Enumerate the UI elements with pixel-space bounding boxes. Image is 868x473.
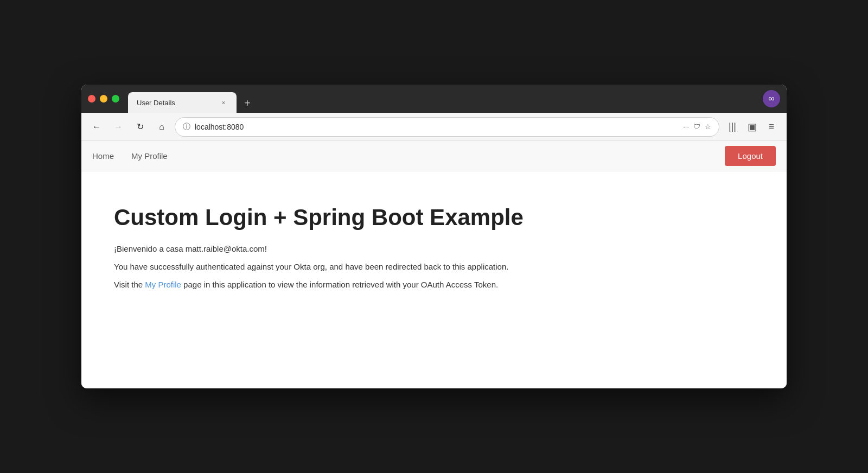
reload-icon: ↻ xyxy=(137,122,144,132)
shield-icon[interactable]: 🛡 xyxy=(693,123,700,131)
address-bar-actions: ··· 🛡 ☆ xyxy=(683,123,711,131)
tab-title: User Details xyxy=(137,99,214,107)
traffic-lights xyxy=(88,95,119,103)
app-nav-links: Home My Profile xyxy=(92,149,725,163)
tab-close-button[interactable]: × xyxy=(219,98,228,107)
main-content: Custom Login + Spring Boot Example ¡Bien… xyxy=(81,171,787,388)
maximize-button[interactable] xyxy=(112,95,119,103)
nav-bar: ← → ↻ ⌂ ⓘ ··· 🛡 ☆ ||| ▣ xyxy=(81,113,787,141)
more-icon[interactable]: ··· xyxy=(683,123,689,131)
page-title: Custom Login + Spring Boot Example xyxy=(114,204,754,231)
browser-avatar: ∞ xyxy=(763,90,780,107)
profile-link-suffix: page in this application to view the inf… xyxy=(181,280,498,289)
close-button[interactable] xyxy=(88,95,95,103)
back-icon: ← xyxy=(92,122,101,132)
app-nav: Home My Profile Logout xyxy=(81,141,787,171)
reload-button[interactable]: ↻ xyxy=(131,118,149,136)
profile-link-prefix: Visit the xyxy=(114,280,145,289)
title-bar: User Details × + ∞ xyxy=(81,85,787,113)
url-input[interactable] xyxy=(195,123,679,131)
active-tab[interactable]: User Details × xyxy=(128,92,237,113)
menu-icon: ≡ xyxy=(769,121,775,132)
sidebar-button[interactable]: ▣ xyxy=(743,118,761,136)
home-icon: ⌂ xyxy=(159,122,164,132)
forward-button[interactable]: → xyxy=(110,118,127,136)
nav-link-home[interactable]: Home xyxy=(92,149,114,163)
nav-link-my-profile[interactable]: My Profile xyxy=(131,149,168,163)
sidebar-icon: ▣ xyxy=(748,121,757,133)
profile-link[interactable]: My Profile xyxy=(145,280,181,289)
nav-right-actions: ||| ▣ ≡ xyxy=(724,118,780,136)
tab-bar: User Details × + xyxy=(128,85,763,113)
minimize-button[interactable] xyxy=(100,95,107,103)
info-icon: ⓘ xyxy=(183,122,190,132)
browser-window: User Details × + ∞ ← → ↻ ⌂ ⓘ ··· 🛡 ☆ xyxy=(81,85,787,388)
library-icon: ||| xyxy=(729,121,736,132)
home-button[interactable]: ⌂ xyxy=(153,118,170,136)
back-button[interactable]: ← xyxy=(88,118,105,136)
logout-button[interactable]: Logout xyxy=(725,146,776,166)
menu-button[interactable]: ≡ xyxy=(763,118,780,136)
address-bar[interactable]: ⓘ ··· 🛡 ☆ xyxy=(175,117,719,137)
library-button[interactable]: ||| xyxy=(724,118,741,136)
forward-icon: → xyxy=(114,122,123,132)
profile-link-paragraph: Visit the My Profile page in this applic… xyxy=(114,280,754,289)
new-tab-button[interactable]: + xyxy=(239,94,256,113)
auth-success-text: You have successfully authenticated agai… xyxy=(114,262,754,271)
welcome-text: ¡Bienvenido a casa matt.raible@okta.com! xyxy=(114,244,754,253)
star-icon[interactable]: ☆ xyxy=(705,123,711,131)
